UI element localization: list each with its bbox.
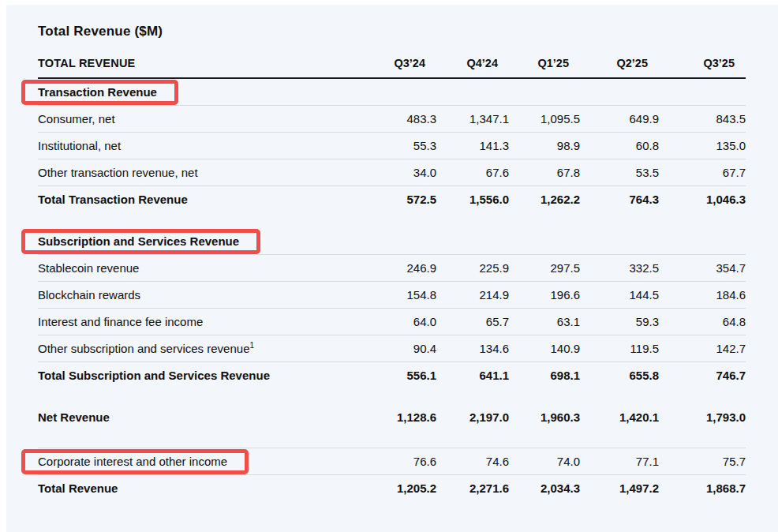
table-row: Total Revenue1,205.22,271.62,034.31,497.… bbox=[38, 475, 746, 502]
cell-value: 76.6 bbox=[363, 448, 436, 475]
row-label: Total Subscription and Services Revenue bbox=[38, 362, 363, 389]
cell-value: 649.9 bbox=[580, 106, 659, 133]
table-row: Total Transaction Revenue572.51,556.01,2… bbox=[38, 186, 746, 213]
row-label: Other transaction revenue, net bbox=[38, 159, 363, 186]
cell-value: 77.1 bbox=[580, 448, 659, 475]
table-header-row: TOTAL REVENUE Q3’24 Q4’24 Q1’25 Q2’25 Q3… bbox=[38, 52, 746, 78]
cell-value: 483.3 bbox=[363, 106, 436, 133]
cell-value: 698.1 bbox=[509, 362, 580, 389]
cell-value: 1,420.1 bbox=[580, 404, 659, 430]
cell-value: 141.3 bbox=[436, 133, 509, 159]
cell-value: 67.7 bbox=[659, 159, 746, 186]
row-label-text: Other subscription and services revenue1 bbox=[38, 342, 254, 355]
row-label-text: Consumer, net bbox=[38, 112, 115, 126]
page-title: Total Revenue ($M) bbox=[38, 24, 778, 39]
cell-value: 572.5 bbox=[363, 186, 436, 213]
cell-value: 1,095.5 bbox=[509, 106, 580, 133]
row-label-text: Net Revenue bbox=[38, 410, 110, 424]
table-row bbox=[38, 388, 746, 404]
cell-value: 556.1 bbox=[363, 362, 436, 389]
cell-value: 225.9 bbox=[436, 255, 509, 282]
cell-value: 90.4 bbox=[363, 335, 436, 362]
cell-value bbox=[509, 228, 580, 255]
row-label: Total Revenue bbox=[38, 475, 363, 502]
report-page: Total Revenue ($M) TOTAL REVENUE Q3’24 Q… bbox=[0, 0, 778, 532]
row-label-text: Total Subscription and Services Revenue bbox=[38, 369, 270, 382]
cell-value bbox=[363, 228, 436, 255]
footnote-marker: 1 bbox=[249, 341, 254, 350]
header-q2-25: Q2’25 bbox=[580, 52, 659, 78]
row-label-text: Other transaction revenue, net bbox=[38, 166, 198, 179]
cell-value: 1,128.6 bbox=[363, 404, 436, 430]
row-spacer bbox=[38, 212, 746, 228]
table-row: Corporate interest and other income76.67… bbox=[38, 448, 746, 475]
table-row: Interest and finance fee income64.065.76… bbox=[38, 309, 746, 335]
annotation-box: Transaction Revenue bbox=[21, 80, 178, 105]
row-label: Corporate interest and other income bbox=[38, 448, 363, 475]
table-row: Stablecoin revenue246.9225.9297.5332.535… bbox=[38, 255, 746, 282]
cell-value: 214.9 bbox=[436, 282, 509, 309]
cell-value: 1,262.2 bbox=[509, 186, 580, 213]
cell-value: 2,197.0 bbox=[436, 404, 509, 430]
row-label: Stablecoin revenue bbox=[38, 255, 363, 282]
row-label-text: Institutional, net bbox=[38, 139, 121, 152]
revenue-table: TOTAL REVENUE Q3’24 Q4’24 Q1’25 Q2’25 Q3… bbox=[38, 52, 746, 501]
row-label: Interest and finance fee income bbox=[38, 309, 363, 335]
cell-value: 53.5 bbox=[580, 159, 659, 186]
cell-value: 65.7 bbox=[436, 309, 509, 335]
row-label: Other subscription and services revenue1 bbox=[38, 335, 363, 362]
row-label: Net Revenue bbox=[38, 404, 363, 430]
cell-value: 134.6 bbox=[436, 335, 509, 362]
cell-value: 64.0 bbox=[363, 309, 436, 335]
row-label: Total Transaction Revenue bbox=[38, 186, 363, 213]
cell-value bbox=[363, 78, 436, 106]
cell-value: 2,271.6 bbox=[436, 475, 509, 502]
row-label-text: Interest and finance fee income bbox=[38, 315, 203, 328]
table-row: Other transaction revenue, net34.067.667… bbox=[38, 159, 746, 186]
cell-value: 60.8 bbox=[580, 133, 659, 159]
row-label-text: Blockchain rewards bbox=[38, 288, 140, 302]
cell-value: 297.5 bbox=[509, 255, 580, 282]
annotation-box: Subscription and Services Revenue bbox=[21, 229, 260, 254]
cell-value: 55.3 bbox=[363, 133, 436, 159]
cell-value: 1,868.7 bbox=[659, 475, 746, 502]
table-row: Institutional, net55.3141.398.960.8135.0 bbox=[38, 133, 746, 159]
cell-value bbox=[436, 78, 509, 106]
table-row: Total Subscription and Services Revenue5… bbox=[38, 362, 746, 389]
table-row: Consumer, net483.31,347.11,095.5649.9843… bbox=[38, 106, 746, 133]
row-label: Subscription and Services Revenue bbox=[38, 228, 363, 255]
cell-value: 59.3 bbox=[580, 309, 659, 335]
cell-value: 1,347.1 bbox=[436, 106, 509, 133]
row-label-text: Total Transaction Revenue bbox=[38, 193, 188, 206]
cell-value bbox=[659, 228, 746, 255]
row-label: Consumer, net bbox=[38, 106, 363, 133]
cell-value: 843.5 bbox=[659, 106, 746, 133]
cell-value: 74.6 bbox=[436, 448, 509, 475]
table-row: Other subscription and services revenue1… bbox=[38, 335, 746, 362]
cell-value: 64.8 bbox=[659, 309, 746, 335]
cell-value: 98.9 bbox=[509, 133, 580, 159]
header-q1-25: Q1’25 bbox=[509, 52, 580, 78]
row-spacer bbox=[38, 388, 746, 404]
cell-value: 332.5 bbox=[580, 255, 659, 282]
row-label: Institutional, net bbox=[38, 133, 363, 159]
cell-value: 144.5 bbox=[580, 282, 659, 309]
cell-value bbox=[436, 228, 509, 255]
cell-value: 1,556.0 bbox=[436, 186, 509, 213]
cell-value: 1,793.0 bbox=[659, 404, 746, 430]
annotation-box: Corporate interest and other income bbox=[21, 449, 249, 474]
cell-value bbox=[580, 228, 659, 255]
cell-value: 154.8 bbox=[363, 282, 436, 309]
header-q3-24: Q3’24 bbox=[363, 52, 436, 78]
cell-value: 641.1 bbox=[436, 362, 509, 389]
table-row bbox=[38, 212, 746, 228]
cell-value: 2,034.3 bbox=[509, 475, 580, 502]
table-row: Subscription and Services Revenue bbox=[38, 228, 746, 255]
cell-value: 354.7 bbox=[659, 255, 746, 282]
cell-value: 246.9 bbox=[363, 255, 436, 282]
cell-value: 1,960.3 bbox=[509, 404, 580, 430]
cell-value: 196.6 bbox=[509, 282, 580, 309]
cell-value: 746.7 bbox=[659, 362, 746, 389]
cell-value: 63.1 bbox=[509, 309, 580, 335]
cell-value: 74.0 bbox=[509, 448, 580, 475]
